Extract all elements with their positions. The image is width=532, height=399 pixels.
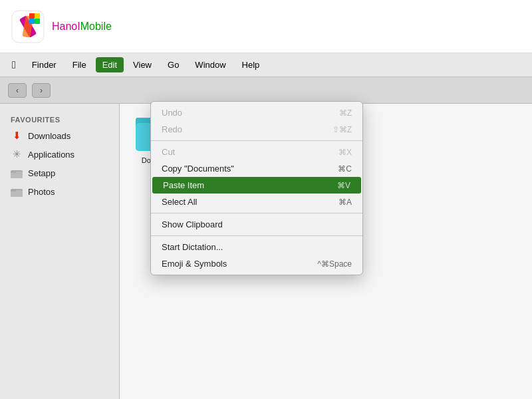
undo-shortcut: ⌘Z	[339, 108, 352, 118]
setapp-icon	[11, 167, 23, 179]
sidebar-downloads-label: Downloads	[28, 131, 70, 141]
start-dictation-label: Start Dictation...	[162, 242, 223, 252]
redo-shortcut: ⇧⌘Z	[332, 125, 352, 134]
copy-documents-label: Copy "Documents"	[162, 164, 234, 174]
separator-2	[151, 213, 362, 213]
select-all-shortcut: ⌘A	[338, 198, 352, 207]
downloads-icon: ⬇	[11, 130, 23, 142]
cut-label: Cut	[162, 147, 175, 157]
select-all-label: Select All	[162, 197, 197, 207]
brand-mobile: Mobile	[80, 21, 112, 32]
apple-menu[interactable]: 	[5, 58, 23, 72]
edit-dropdown-menu: Undo ⌘Z Redo ⇧⌘Z Cut ⌘X Copy "Documents"…	[150, 101, 363, 275]
menu-view[interactable]: View	[126, 57, 158, 72]
sidebar-item-downloads[interactable]: ⬇ Downloads	[0, 126, 119, 145]
menu-bar:  Finder File Edit View Go Window Help	[0, 53, 532, 77]
svg-rect-3	[29, 13, 35, 19]
applications-icon: ✳	[11, 148, 23, 160]
finder-toolbar: ‹ ›	[0, 77, 532, 104]
menu-emoji-symbols[interactable]: Emoji & Symbols ^⌘Space	[151, 255, 362, 272]
svg-rect-5	[29, 19, 35, 24]
svg-rect-4	[35, 13, 40, 19]
logo-icon	[11, 9, 45, 44]
sidebar-applications-label: Applications	[28, 150, 74, 160]
separator-3	[151, 235, 362, 236]
menu-copy-documents[interactable]: Copy "Documents" ⌘C	[151, 160, 362, 177]
svg-rect-9	[11, 171, 16, 173]
sidebar: Favourites ⬇ Downloads ✳ Applications Se…	[0, 77, 120, 399]
emoji-symbols-shortcut: ^⌘Space	[317, 259, 352, 269]
menu-select-all[interactable]: Select All ⌘A	[151, 194, 362, 210]
brand-name: HanoIMobile	[52, 21, 112, 33]
menu-paste-item[interactable]: Paste Item ⌘V	[152, 177, 361, 194]
menu-edit[interactable]: Edit	[96, 57, 124, 72]
svg-rect-6	[35, 19, 40, 24]
sidebar-item-photos[interactable]: Photos	[0, 182, 119, 201]
menu-file[interactable]: File	[66, 57, 93, 72]
photos-icon	[11, 186, 23, 198]
menu-finder[interactable]: Finder	[25, 57, 63, 72]
sidebar-section-title: Favourites	[0, 110, 119, 126]
redo-label: Redo	[162, 124, 182, 134]
menu-window[interactable]: Window	[188, 57, 232, 72]
sidebar-photos-label: Photos	[28, 187, 55, 197]
menu-go[interactable]: Go	[161, 57, 186, 72]
menu-redo[interactable]: Redo ⇧⌘Z	[151, 121, 362, 138]
sidebar-setapp-label: Setapp	[28, 168, 55, 178]
cut-shortcut: ⌘X	[338, 148, 352, 157]
paste-item-label: Paste Item	[163, 180, 204, 190]
menu-start-dictation[interactable]: Start Dictation...	[151, 239, 362, 255]
branding-bar: HanoIMobile	[0, 0, 532, 53]
show-clipboard-label: Show Clipboard	[162, 219, 223, 229]
back-button[interactable]: ‹	[8, 83, 27, 98]
menu-undo[interactable]: Undo ⌘Z	[151, 104, 362, 121]
finder-window: ‹ › Favourites ⬇ Downloads ✳ Application…	[0, 77, 532, 399]
sidebar-item-applications[interactable]: ✳ Applications	[0, 145, 119, 164]
svg-rect-12	[11, 190, 16, 192]
menu-help[interactable]: Help	[235, 57, 267, 72]
paste-item-shortcut: ⌘V	[337, 181, 350, 190]
undo-label: Undo	[162, 108, 182, 118]
sidebar-item-setapp[interactable]: Setapp	[0, 164, 119, 182]
menu-show-clipboard[interactable]: Show Clipboard	[151, 216, 362, 233]
emoji-symbols-label: Emoji & Symbols	[162, 259, 227, 269]
menu-cut[interactable]: Cut ⌘X	[151, 144, 362, 160]
brand-hanoi: HanoI	[52, 21, 80, 32]
forward-button[interactable]: ›	[32, 83, 51, 98]
separator-1	[151, 140, 362, 141]
copy-documents-shortcut: ⌘C	[338, 164, 352, 174]
